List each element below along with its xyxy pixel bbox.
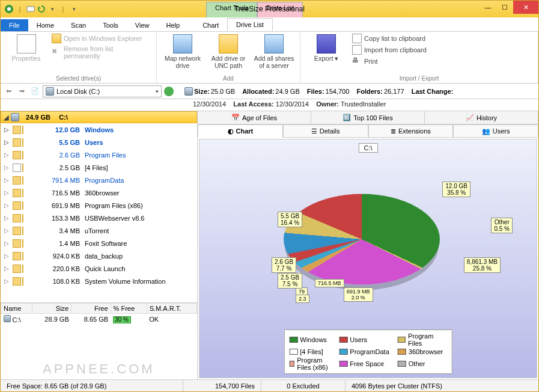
expand-icon[interactable]: ▷ — [4, 139, 11, 145]
copy-clipboard-button[interactable]: Copy list to clipboard — [351, 33, 428, 44]
print-label: Print — [364, 58, 378, 65]
cell-name: C:\ — [13, 316, 21, 323]
legend-item: Windows — [289, 332, 330, 347]
tree-node[interactable]: ▷ 5.5 GB Users — [1, 136, 197, 149]
tab-home[interactable]: Home — [28, 19, 62, 31]
node-size: 716.5 MB — [49, 189, 84, 197]
expand-icon[interactable]: ▷ — [4, 215, 11, 221]
back-button[interactable]: ⬅ — [3, 87, 14, 95]
tab-history[interactable]: 📈History — [425, 111, 538, 124]
tree-node[interactable]: ▷ 2.5 GB [4 Files] — [1, 161, 197, 174]
expand-icon[interactable]: ▷ — [4, 278, 11, 284]
expand-icon[interactable]: ▷ — [4, 253, 11, 259]
up-button[interactable]: 📄 — [29, 87, 40, 95]
tab-age[interactable]: 📅Age of Files — [198, 111, 311, 124]
calendar-icon: 📅 — [231, 114, 240, 121]
tab-chart[interactable]: Chart — [194, 19, 227, 31]
tree-root[interactable]: ◢ 24.9 GB C:\ — [1, 111, 197, 123]
tree[interactable]: ◢ 24.9 GB C:\ ▷ 12.0 GB Windows▷ 5.5 GB … — [1, 111, 197, 302]
export-button[interactable]: Export ▾ — [305, 33, 347, 75]
import-clipboard-button[interactable]: Import from clipboard — [351, 44, 428, 55]
tab-file[interactable]: File — [1, 19, 28, 31]
go-button[interactable] — [164, 87, 174, 96]
qa-more-icon[interactable]: ▾ — [69, 4, 79, 14]
subtab-chart[interactable]: ◐Chart — [198, 124, 283, 138]
qa-scan-icon[interactable] — [26, 4, 35, 14]
expand-icon[interactable]: ▷ — [4, 152, 11, 158]
node-name: Foxit Software — [85, 240, 127, 247]
disk-icon — [184, 87, 193, 96]
tree-node[interactable]: ▷ 108.0 KB System Volume Information — [1, 275, 197, 287]
dropdown-icon[interactable]: ▾ — [156, 88, 159, 94]
tree-node[interactable]: ▷ 2.6 GB Program Files — [1, 149, 197, 161]
node-name: Program Files — [85, 152, 126, 159]
expand-icon[interactable]: ▷ — [4, 164, 11, 171]
size-bar — [22, 189, 23, 197]
tab-top100[interactable]: 🔟Top 100 Files — [311, 111, 425, 124]
node-size: 2.5 GB — [49, 164, 84, 171]
col-smart[interactable]: S.M.A.R.T. — [147, 304, 196, 314]
open-explorer-button[interactable]: Open in Windows Explorer — [50, 33, 151, 44]
col-free[interactable]: Free — [72, 304, 111, 314]
remove-button[interactable]: ✖Remove from list permanently — [50, 44, 151, 60]
tab-help[interactable]: Help — [158, 19, 189, 31]
qa-refresh-icon[interactable] — [37, 4, 46, 14]
context-tabs: Chart Tools Drive List — [206, 2, 303, 17]
expand-icon[interactable]: ▷ — [4, 189, 11, 196]
add-shares-button[interactable]: Add all sharesof a server — [253, 33, 295, 75]
window-buttons: — ☐ ✕ — [480, 1, 538, 14]
context-tab-drive[interactable]: Drive List — [257, 2, 303, 17]
size-bar — [22, 176, 23, 185]
expand-icon[interactable]: ▷ — [4, 240, 11, 247]
add-drive-label: Add drive orUNC path — [212, 55, 246, 69]
print-button[interactable]: 🖶Print — [351, 56, 428, 67]
tab-scan[interactable]: Scan — [62, 19, 94, 31]
expand-icon[interactable]: ▷ — [4, 202, 11, 209]
tree-node[interactable]: ▷ 220.0 KB Quick Launch — [1, 262, 197, 275]
import-icon — [352, 45, 362, 55]
subtab-details[interactable]: ☰Details — [283, 124, 368, 138]
node-name: Users — [85, 139, 103, 146]
context-tab-chart[interactable]: Chart Tools — [206, 2, 257, 17]
properties-label: Properties — [12, 55, 41, 62]
size-bar — [22, 164, 23, 172]
tab-view[interactable]: View — [127, 19, 158, 31]
tree-node[interactable]: ▷ 153.3 MB USBWebserver v8.6 — [1, 212, 197, 224]
expand-icon[interactable]: ▷ — [4, 227, 11, 234]
forward-button[interactable]: ➡ — [16, 87, 27, 95]
close-button[interactable]: ✕ — [513, 1, 538, 14]
tree-node[interactable]: ▷ 691.9 MB Program Files (x86) — [1, 199, 197, 212]
subtab-ext[interactable]: ≣Extensions — [368, 124, 454, 138]
tree-node[interactable]: ▷ 791.4 MB ProgramData — [1, 174, 197, 186]
size-bar — [22, 201, 23, 210]
tab-drive-list[interactable]: Drive List — [227, 18, 273, 31]
legend-item: 360browser — [398, 348, 447, 355]
qa-dropdown-icon[interactable]: ▾ — [47, 4, 57, 14]
col-pctfree[interactable]: % Free — [111, 304, 147, 314]
address-bar[interactable]: Local Disk (C:) ▾ — [43, 85, 162, 97]
properties-button[interactable]: Properties — [5, 33, 47, 75]
group-label: Selected drive(s) — [5, 75, 151, 83]
tree-node[interactable]: ▷ 1.4 MB Foxit Software — [1, 237, 197, 250]
collapse-icon[interactable]: ◢ — [4, 114, 8, 121]
expand-icon[interactable]: ▷ — [4, 177, 11, 183]
pie-icon: ◐ — [228, 127, 234, 135]
expand-icon[interactable]: ▷ — [4, 265, 11, 272]
node-size: 153.3 MB — [49, 215, 84, 222]
chart-area: C:\ 12.0 GB35.8 % Other0.5 % 8,861.3 MB2… — [199, 139, 537, 378]
maximize-button[interactable]: ☐ — [496, 1, 513, 14]
tab-tools[interactable]: Tools — [94, 19, 127, 31]
col-name[interactable]: Name — [1, 304, 32, 314]
tree-node[interactable]: ▷ 12.0 GB Windows — [1, 123, 197, 136]
subtab-users[interactable]: 👥Users — [453, 124, 538, 138]
size-bar — [22, 138, 23, 147]
expand-icon[interactable]: ▷ — [4, 126, 11, 133]
tree-node[interactable]: ▷ 924.0 KB data_backup — [1, 250, 197, 262]
tree-node[interactable]: ▷ 716.5 MB 360browser — [1, 186, 197, 199]
minimize-button[interactable]: — — [480, 1, 496, 14]
tree-node[interactable]: ▷ 3.4 MB uTorrent — [1, 224, 197, 237]
map-network-button[interactable]: Map networkdrive — [162, 33, 204, 75]
table-row[interactable]: C:\ 28.9 GB 8.65 GB 30 % OK — [1, 314, 197, 325]
add-drive-button[interactable]: Add drive orUNC path — [207, 33, 249, 75]
col-size[interactable]: Size — [32, 304, 71, 314]
